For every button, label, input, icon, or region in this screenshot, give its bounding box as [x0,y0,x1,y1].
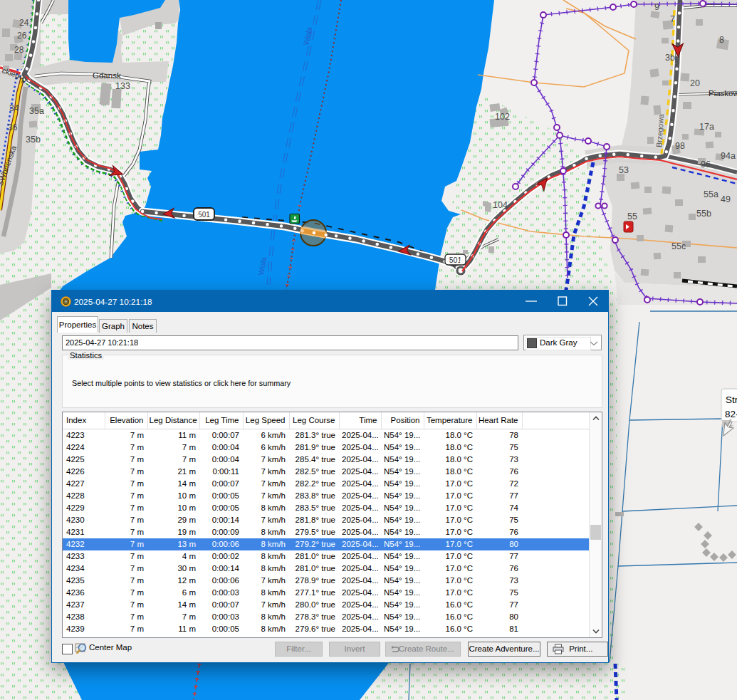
svg-text:55: 55 [627,211,637,221]
svg-text:35b: 35b [26,135,41,145]
svg-text:133: 133 [115,81,130,91]
svg-text:55c: 55c [671,241,686,251]
svg-text:55b: 55b [696,209,711,219]
svg-text:102: 102 [495,112,510,122]
svg-text:49: 49 [721,194,731,204]
svg-text:9: 9 [654,2,659,12]
svg-text:7: 7 [670,14,675,24]
svg-text:53: 53 [619,165,629,175]
svg-text:55a: 55a [704,189,718,199]
svg-text:20: 20 [690,78,700,88]
svg-text:28: 28 [14,45,24,55]
svg-text:Gdansk: Gdansk [93,71,121,80]
svg-text:26: 26 [17,31,27,41]
svg-text:104: 104 [493,200,508,210]
svg-text:501: 501 [449,256,462,264]
svg-text:82-: 82- [725,409,737,419]
svg-text:96: 96 [701,160,711,169]
svg-text:501: 501 [198,211,210,219]
svg-text:Piaskow: Piaskow [709,89,737,98]
svg-text:24: 24 [19,18,29,28]
svg-text:17a: 17a [699,122,714,132]
svg-text:8: 8 [719,35,724,45]
svg-text:35a: 35a [29,106,44,116]
svg-text:Str: Str [726,395,737,405]
svg-text:98: 98 [675,141,685,151]
svg-text:34: 34 [9,103,19,113]
svg-text:3b: 3b [665,53,675,63]
svg-text:94a: 94a [721,151,736,161]
svg-text:36: 36 [8,122,18,132]
